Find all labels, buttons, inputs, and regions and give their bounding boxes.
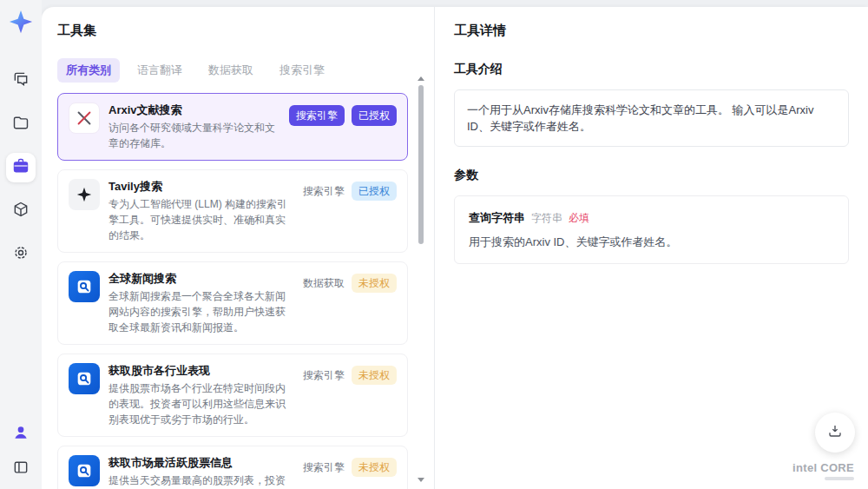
tool-auth-badge: 未授权 xyxy=(352,274,397,293)
tool-auth-badge: 未授权 xyxy=(352,366,397,385)
intel-core-logo: intel CORE xyxy=(792,461,854,480)
sidebar xyxy=(0,0,42,489)
sidebar-item-tools[interactable] xyxy=(6,153,36,182)
category-tabs: 所有类别语言翻译数据获取搜索引擎 xyxy=(57,58,408,83)
tool-card[interactable]: 全球新闻搜索 全球新闻搜索是一个聚合全球各大新闻网站内容的搜索引擎，帮助用户快速… xyxy=(57,261,408,345)
tool-category-badge: 搜索引擎 xyxy=(303,182,345,200)
tool-card[interactable]: Arxiv文献搜索 访问各个研究领域大量科学论文和文章的存储库。 搜索引擎 已授… xyxy=(57,93,408,161)
sidebar-item-chat[interactable] xyxy=(6,66,36,96)
tool-auth-badge: 未授权 xyxy=(352,458,397,477)
tool-title: Arxiv文献搜索 xyxy=(108,102,280,117)
user-icon xyxy=(12,424,30,445)
tool-desc: 提供当天交易量最高的股票列表，投资者可以利用这些信息来识别流动性强的股票和潜在的… xyxy=(108,472,294,489)
cube-icon xyxy=(12,201,30,221)
briefcase-icon xyxy=(12,157,30,178)
chat-icon xyxy=(12,70,30,91)
tab-2[interactable]: 数据获取 xyxy=(200,58,262,83)
download-button[interactable] xyxy=(815,413,855,453)
tab-3[interactable]: 搜索引擎 xyxy=(271,58,333,83)
scroll-down-icon[interactable] xyxy=(418,478,424,482)
tool-desc: 专为人工智能代理 (LLM) 构建的搜索引擎工具。可快速提供实时、准确和真实的结… xyxy=(108,196,294,243)
star-icon xyxy=(69,179,100,210)
tool-intro-text: 一个用于从Arxiv存储库搜索科学论文和文章的工具。 输入可以是Arxiv ID… xyxy=(454,89,849,147)
tool-title: 全球新闻搜索 xyxy=(108,271,294,286)
tool-category-badge: 搜索引擎 xyxy=(303,459,345,476)
tool-details-panel: 工具详情 工具介绍 一个用于从Arxiv存储库搜索科学论文和文章的工具。 输入可… xyxy=(434,7,868,489)
param-name: 查询字符串 xyxy=(469,211,525,224)
tool-title: Tavily搜索 xyxy=(108,179,294,194)
intro-heading: 工具介绍 xyxy=(454,62,849,77)
tool-category-badge: 搜索引擎 xyxy=(289,105,345,126)
sidebar-item-files[interactable] xyxy=(6,109,36,139)
tool-auth-badge: 已授权 xyxy=(352,105,397,126)
tab-all-categories[interactable]: 所有类别 xyxy=(57,58,120,83)
page-title: 工具集 xyxy=(57,23,408,39)
main-panel: 工具集 所有类别语言翻译数据获取搜索引擎 Arxiv文献搜索 访问各个研究领域大… xyxy=(42,7,868,489)
scrollbar[interactable] xyxy=(418,76,424,482)
sidebar-item-models[interactable] xyxy=(6,196,36,226)
arxiv-icon xyxy=(69,102,100,134)
intel-core-logo-bar xyxy=(825,477,854,480)
app-logo-icon xyxy=(8,9,34,35)
sidebar-item-settings[interactable] xyxy=(6,240,36,269)
sidebar-item-panel-toggle[interactable] xyxy=(8,456,34,482)
tool-card[interactable]: 获取股市各行业表现 提供股票市场各个行业在特定时间段内的表现。投资者可以利用这些… xyxy=(57,354,408,437)
param-list: 查询字符串字符串必填 用于搜索的Arxiv ID、关键字或作者姓名。 xyxy=(454,195,849,264)
param-type: 字符串 xyxy=(531,212,562,224)
param-required-badge: 必填 xyxy=(569,212,589,224)
tool-category-badge: 数据获取 xyxy=(303,274,345,292)
intel-core-logo-text: intel CORE xyxy=(792,461,854,474)
tab-1[interactable]: 语言翻译 xyxy=(128,58,191,83)
scroll-up-icon[interactable] xyxy=(418,76,424,81)
scrollbar-thumb[interactable] xyxy=(418,85,424,244)
download-icon xyxy=(827,423,843,442)
tool-title: 获取股市各行业表现 xyxy=(108,363,294,378)
gear-icon xyxy=(12,244,30,265)
param-card: 查询字符串字符串必填 用于搜索的Arxiv ID、关键字或作者姓名。 xyxy=(454,195,849,264)
search-icon xyxy=(69,271,100,302)
params-heading: 参数 xyxy=(454,168,849,183)
panel-icon xyxy=(12,459,30,479)
tool-category-badge: 搜索引擎 xyxy=(303,367,345,384)
tool-card[interactable]: 获取市场最活跃股票信息 提供当天交易量最高的股票列表，投资者可以利用这些信息来识… xyxy=(57,446,408,489)
search-icon xyxy=(69,363,100,394)
tool-card[interactable]: Tavily搜索 专为人工智能代理 (LLM) 构建的搜索引擎工具。可快速提供实… xyxy=(57,169,408,253)
tool-title: 获取市场最活跃股票信息 xyxy=(108,455,294,470)
search-icon xyxy=(69,455,100,486)
param-desc: 用于搜索的Arxiv ID、关键字或作者姓名。 xyxy=(469,235,834,250)
tool-list: Arxiv文献搜索 访问各个研究领域大量科学论文和文章的存储库。 搜索引擎 已授… xyxy=(57,93,408,489)
details-title: 工具详情 xyxy=(454,23,849,39)
tool-auth-badge: 已授权 xyxy=(352,182,397,201)
sidebar-item-user[interactable] xyxy=(8,421,34,447)
tools-panel: 工具集 所有类别语言翻译数据获取搜索引擎 Arxiv文献搜索 访问各个研究领域大… xyxy=(42,7,434,489)
tool-desc: 提供股票市场各个行业在特定时间段内的表现。投资者可以利用这些信息来识别表现优于或… xyxy=(108,380,294,427)
folder-icon xyxy=(12,114,30,135)
tool-desc: 访问各个研究领域大量科学论文和文章的存储库。 xyxy=(108,120,280,151)
tool-desc: 全球新闻搜索是一个聚合全球各大新闻网站内容的搜索引擎，帮助用户快速获取全球最新资… xyxy=(108,288,294,335)
